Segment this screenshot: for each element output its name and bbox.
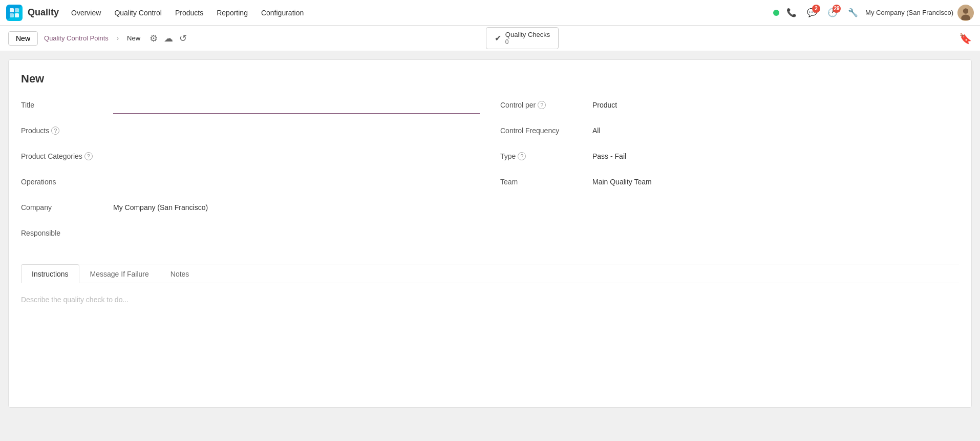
tabs: Instructions Message If Failure Notes [21,264,959,283]
svg-point-5 [963,8,969,14]
products-help-icon[interactable]: ? [51,127,59,135]
operations-value[interactable] [113,175,480,178]
refresh-icon-btn[interactable]: ↺ [178,32,188,45]
settings-btn[interactable]: 🔧 [845,5,861,21]
type-value: Pass - Fail [592,149,959,160]
tab-notes[interactable]: Notes [160,264,200,283]
bookmark-icon: 🔖 [959,33,972,44]
operations-field-row: Operations [21,175,480,191]
type-help-icon[interactable]: ? [518,152,526,160]
breadcrumb-parent[interactable]: Quality Control Points [44,34,109,42]
nav-right: 📞 💬 2 🕐 29 🔧 My Company (San Francisco) [773,5,974,21]
phone-icon: 📞 [786,8,797,17]
team-label: Team [500,175,592,186]
quality-checks-button[interactable]: ✔ Quality Checks 0 [486,27,559,49]
tab-instructions[interactable]: Instructions [21,264,79,283]
control-frequency-value: All [592,123,959,135]
svg-rect-2 [10,13,14,17]
type-field-row: Type ? Pass - Fail [500,149,959,165]
form-left: Title Products ? Product Categories ? [21,98,480,251]
checkmark-icon: ✔ [495,33,501,43]
title-input[interactable] [113,101,480,114]
team-value: Main Quality Team [592,175,959,186]
bookmark-button[interactable]: 🔖 [959,32,972,45]
responsible-value[interactable] [113,226,480,229]
company-field-row: Company My Company (San Francisco) [21,200,480,217]
phone-icon-btn[interactable]: 📞 [783,5,800,21]
nav-products[interactable]: Products [169,6,209,20]
title-label: Title [21,98,113,109]
form-title: New [21,72,959,86]
control-per-label: Control per ? [500,98,592,109]
control-frequency-field-row: Control Frequency All [500,123,959,140]
nav-overview[interactable]: Overview [65,6,107,20]
form-right: Control per ? Product Control Frequency … [500,98,959,251]
products-field-row: Products ? [21,123,480,140]
app-name: Quality [28,7,59,18]
upload-icon: ☁ [164,33,173,44]
product-categories-field-row: Product Categories ? [21,149,480,165]
company-label: Company [21,200,113,212]
control-per-field-row: Control per ? Product [500,98,959,114]
product-categories-help-icon[interactable]: ? [84,152,93,160]
settings-icon-btn[interactable]: ⚙ [148,32,159,45]
company-name[interactable]: My Company (San Francisco) [865,9,953,16]
nav-quality-control[interactable]: Quality Control [108,6,168,20]
svg-rect-3 [15,13,19,17]
svg-rect-0 [10,8,14,12]
activity-btn[interactable]: 🕐 29 [824,5,841,21]
tab-message-if-failure[interactable]: Message If Failure [79,264,160,283]
breadcrumb-separator: › [117,34,119,42]
activity-badge: 29 [833,5,841,13]
title-field-row: Title [21,98,480,114]
company-value: My Company (San Francisco) [113,200,480,212]
operations-label: Operations [21,175,113,186]
top-nav: Quality Overview Quality Control Product… [0,0,980,26]
wrench-icon: 🔧 [848,8,858,17]
products-label: Products ? [21,123,113,135]
products-value[interactable] [113,123,480,127]
app-logo[interactable] [6,5,23,21]
messages-btn[interactable]: 💬 2 [804,5,820,21]
nav-configuration[interactable]: Configuration [255,6,310,20]
svg-rect-1 [15,8,19,12]
action-bar: New Quality Control Points › New ⚙ ☁ ↺ ✔… [0,26,980,51]
refresh-icon: ↺ [179,33,187,44]
control-frequency-label: Control Frequency [500,123,592,135]
quality-checks-count: 0 [505,38,550,46]
upload-icon-btn[interactable]: ☁ [163,32,174,45]
status-indicator [773,10,779,16]
new-button[interactable]: New [8,31,38,46]
product-categories-label: Product Categories ? [21,149,113,160]
responsible-field-row: Responsible [21,226,480,242]
action-icons: ⚙ ☁ ↺ [148,32,188,45]
messages-badge: 2 [812,5,820,13]
nav-menu: Overview Quality Control Products Report… [65,6,771,20]
control-per-help-icon[interactable]: ? [538,101,546,109]
form-body: Title Products ? Product Categories ? [21,98,959,251]
tabs-container: Instructions Message If Failure Notes De… [21,264,959,316]
team-field-row: Team Main Quality Team [500,175,959,191]
user-avatar[interactable] [957,5,974,21]
quality-checks-label: Quality Checks [505,31,550,38]
instructions-placeholder[interactable]: Describe the quality check to do... [21,291,959,308]
gear-icon: ⚙ [150,33,158,44]
control-per-value: Product [592,98,959,109]
type-label: Type ? [500,149,592,160]
responsible-label: Responsible [21,226,113,237]
product-categories-value[interactable] [113,149,480,152]
nav-reporting[interactable]: Reporting [210,6,254,20]
form-container: New Title Products ? Product Categories [8,59,972,408]
tab-content-instructions: Describe the quality check to do... [21,283,959,316]
breadcrumb-current: New [127,34,140,42]
